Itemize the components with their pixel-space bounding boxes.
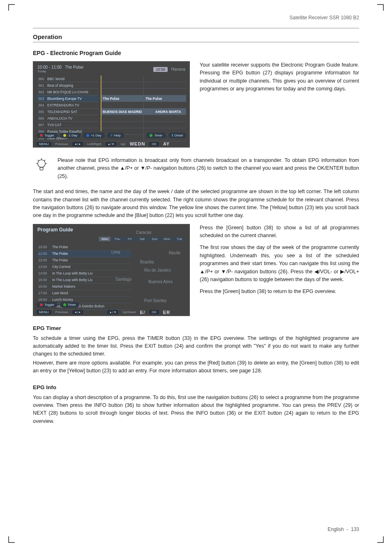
epg-schedule-grid: The PulseThe Pulse BUENOS DIAS MADRIDAHO…	[101, 76, 186, 141]
program-row: 14:00In The Loop with Betty Liu	[37, 270, 131, 277]
channel-row: 367TV3 CAT	[37, 122, 98, 128]
toggle-button: Toggle	[37, 302, 58, 307]
channel-row: 365TELEMADRID SAT	[37, 108, 98, 115]
program-guide-title: Program Guide	[33, 224, 189, 233]
timer-para-2: However, there are more options availabl…	[33, 359, 359, 375]
intro-paragraph: Your satellite receiver supports the Ele…	[200, 61, 359, 93]
channel-row: 366ANDALUCIA TV	[37, 115, 98, 122]
green-para-3: Press the [Green] button (38) to return …	[200, 288, 359, 295]
divider	[33, 28, 359, 28]
lightbulb-icon	[33, 157, 50, 174]
channel-row-selected: 363Bloomberg Europe TV	[37, 95, 98, 102]
svg-point-0	[38, 160, 45, 167]
timer-button: Timer	[146, 133, 166, 138]
day-tab: Sun	[149, 237, 160, 241]
heading-epg-info: EPG Info	[33, 384, 359, 390]
green-para-1: Press the [Green] button (38) to show a …	[200, 224, 359, 240]
day-tab: Fri	[124, 237, 136, 241]
map-label: Buenos Aires	[148, 279, 173, 284]
info-para: You can display a short description of a…	[33, 394, 359, 426]
epg-channel-list: 360BBC World 361Best of shopping 362M6 B…	[37, 76, 98, 141]
crop-mark	[8, 4, 15, 11]
day-tabs: Wed Thu Fri Sat Sun Mon Tue	[99, 237, 185, 241]
epg-overview-screenshot: 10:00 - 11:00 The Pulse Today 10:58 Hava…	[33, 61, 190, 148]
channel-row: 362M6 BOUTIQUE LA CHAIN	[37, 89, 98, 95]
program-row: 17:00Last Word	[37, 290, 131, 297]
map-label: Caracas	[136, 230, 151, 235]
epg-clock: 10:58	[153, 67, 168, 72]
epg-current-time-line	[101, 76, 101, 131]
epg-menu-bar: MENU Previous ◂ / ▸ ▴ / ▾ Up/Down E/ OK …	[37, 310, 186, 315]
toggle-button: Toggle	[37, 133, 58, 138]
header-product: Satellite Receiver SSR 1080 B2	[33, 15, 359, 21]
program-guide-screenshot: Program Guide Wed Thu Fri Sat Sun Mon Tu…	[33, 224, 190, 316]
epg-button-hints: Toggle Timer	[37, 302, 186, 307]
map-label: Rio de Janeiro	[144, 268, 171, 272]
program-row: 13:00City Central	[37, 264, 131, 270]
epg-day-label: Today	[37, 69, 83, 73]
day-tab: Thu	[111, 237, 123, 241]
map-label: Santiago	[115, 277, 131, 282]
channel-row: 361Best of shopping	[37, 82, 98, 89]
heading-epg-timer: EPG Timer	[33, 325, 359, 331]
map-label: Lima	[111, 250, 120, 254]
map-label: Recife	[169, 251, 180, 255]
program-row: 12:00The Pulse	[37, 257, 131, 264]
minus-day-button: -1 Day	[60, 133, 81, 138]
crop-mark	[8, 536, 15, 543]
note-paragraph: Please note that EPG information is broa…	[58, 157, 359, 180]
heading-operation: Operation	[33, 33, 359, 40]
map-label: Brasília	[140, 260, 154, 264]
help-button: ? Help	[107, 133, 124, 138]
epg-button-hints: Toggle -1 Day +1 Day ? Help Timer ℹ Deta…	[37, 133, 186, 138]
timer-button: Timer	[60, 302, 79, 307]
epg-menu-bar: MENU Previous ◂ / ▸ Left/Right ▴ / ▾ Up/…	[37, 141, 186, 146]
channel-row: 360BBC World	[37, 76, 98, 82]
plus-day-button: +1 Day	[83, 133, 105, 138]
detail-button: ℹ Detail	[168, 133, 186, 138]
epg-map-city: Havana	[171, 67, 185, 72]
day-tab: Mon	[161, 237, 173, 241]
crop-mark	[377, 4, 384, 11]
green-para-2: The first row shows the day of the week …	[200, 244, 359, 284]
page-footer: English - 133	[327, 526, 359, 532]
day-tab: Sat	[136, 237, 148, 241]
crop-mark	[377, 536, 384, 543]
mid-paragraph: The start and end times, the name and th…	[33, 188, 359, 220]
timer-para-1: To schedule a timer using the EPG, press…	[33, 335, 359, 358]
day-tab: Tue	[174, 237, 185, 241]
heading-epg: EPG - Electronic Program Guide	[33, 50, 359, 56]
divider	[33, 42, 359, 42]
channel-row: 364EXTREMADURA TV	[37, 102, 98, 108]
epg-time-range: 10:00 - 11:00 The Pulse	[37, 65, 83, 69]
day-tab: Wed	[99, 237, 111, 241]
program-row: 16:00Market Makers	[37, 284, 131, 290]
